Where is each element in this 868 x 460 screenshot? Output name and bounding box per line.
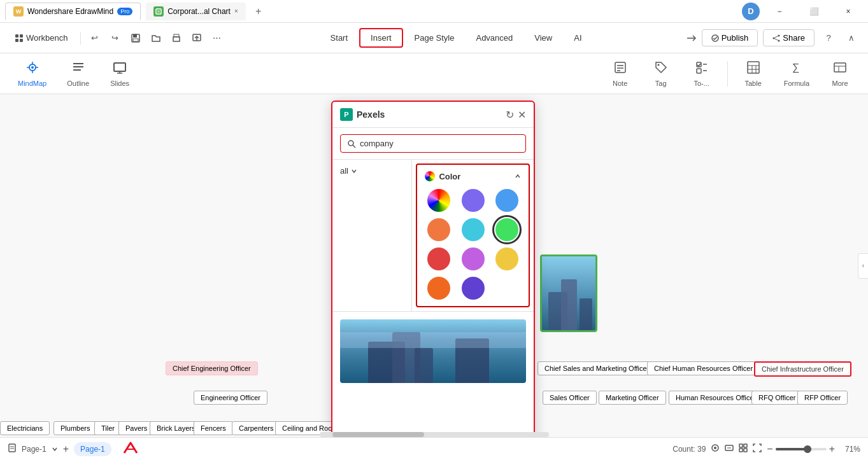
color-panel-header[interactable]: Color — [425, 171, 521, 181]
redo-button[interactable]: ↪ — [106, 29, 124, 47]
add-page-button[interactable]: + — [63, 443, 69, 455]
save-icon — [131, 34, 140, 43]
org-carpenters[interactable]: Carpenters — [232, 421, 280, 435]
org-sales-off[interactable]: Sales Officer — [543, 391, 597, 405]
tool-slides[interactable]: Slides — [104, 58, 135, 90]
org-chief-sales[interactable]: Chief Sales and Marketing Officer — [537, 361, 656, 375]
org-plumbers[interactable]: Plumbers — [53, 421, 97, 435]
tool-more[interactable]: More — [825, 58, 855, 90]
outline-label: Outline — [67, 80, 89, 87]
pexels-search-box[interactable] — [340, 134, 526, 153]
publish-button[interactable]: Publish — [702, 29, 758, 46]
color-blue[interactable] — [495, 189, 518, 212]
zoom-in-button[interactable]: + — [829, 443, 835, 455]
tab-insert[interactable]: Insert — [359, 28, 403, 48]
zoom-out-button[interactable]: − — [767, 443, 772, 455]
more-label: More — [832, 80, 848, 87]
formula-icon: ∑ — [790, 60, 804, 78]
tool-note[interactable]: Note — [605, 58, 636, 90]
print-button[interactable] — [167, 29, 185, 47]
fit-icon — [711, 443, 720, 452]
tool-tag[interactable]: Tag — [646, 58, 676, 90]
color-rainbow[interactable] — [427, 189, 450, 212]
close-button[interactable]: × — [834, 0, 863, 23]
page-dropdown-icon[interactable] — [52, 446, 58, 452]
color-green[interactable] — [495, 218, 518, 241]
org-tiler[interactable]: Tiler — [94, 421, 122, 435]
tool-todo[interactable]: To-... — [687, 58, 717, 90]
file-tab[interactable]: Corporat...al Chart × — [146, 3, 246, 20]
export-button[interactable] — [188, 29, 206, 47]
color-red[interactable] — [427, 247, 450, 270]
outline-icon — [71, 60, 85, 78]
file-tab-close[interactable]: × — [234, 8, 238, 15]
todo-label: To-... — [694, 80, 709, 87]
color-indigo[interactable] — [462, 277, 485, 300]
filter-all-dropdown[interactable]: all — [332, 160, 412, 311]
color-cyan[interactable] — [462, 218, 485, 241]
tool-mindmap[interactable]: MindMap — [13, 58, 52, 90]
tool-outline[interactable]: Outline — [62, 58, 94, 90]
search-input[interactable] — [360, 139, 519, 148]
org-chief-hr[interactable]: Chief Human Resources Officer — [647, 361, 760, 375]
tab-view[interactable]: View — [524, 29, 562, 46]
color-orange2[interactable] — [427, 277, 450, 300]
collapse-menu-button[interactable]: ∧ — [843, 29, 860, 47]
help-button[interactable]: ? — [820, 29, 837, 47]
tab-advanced[interactable]: Advanced — [466, 29, 523, 46]
toolbar: MindMap Outline Slides Note Tag To-... — [0, 53, 868, 94]
org-pavers[interactable]: Pavers — [118, 421, 154, 435]
zoom-thumb — [804, 445, 811, 453]
user-avatar: D — [742, 3, 760, 20]
org-chief-inf[interactable]: Chief Infrastructure Officer — [754, 361, 851, 377]
tab-page-style[interactable]: Page Style — [404, 29, 465, 46]
color-orange[interactable] — [427, 218, 450, 241]
org-rfq-off[interactable]: RFQ Officer — [751, 391, 802, 405]
org-rfp-off[interactable]: RFP Officer — [797, 391, 848, 405]
folder-button[interactable] — [147, 29, 165, 47]
color-filter-panel: Color — [416, 164, 530, 307]
fullscreen-button[interactable] — [753, 443, 762, 454]
svg-rect-41 — [748, 62, 759, 73]
tab-start[interactable]: Start — [320, 29, 358, 46]
horizontal-scrollbar[interactable] — [320, 432, 549, 437]
org-chief-eng[interactable]: Chief Engineering Officer — [166, 361, 258, 375]
page-label: Page-1 — [22, 445, 46, 454]
pexels-logo: P — [340, 108, 353, 121]
org-fencers[interactable]: Fencers — [194, 421, 233, 435]
scrollbar-thumb[interactable] — [332, 432, 424, 437]
tab-ai[interactable]: AI — [564, 29, 592, 46]
tool-table[interactable]: Table — [738, 58, 769, 90]
zoom-slider[interactable] — [776, 448, 827, 450]
page-settings-button[interactable] — [8, 443, 17, 454]
view-mode-button[interactable] — [739, 443, 748, 454]
minimize-button[interactable]: − — [765, 0, 794, 23]
workbench-button[interactable]: Workbench — [8, 30, 75, 46]
more-options-button[interactable]: ⋯ — [208, 29, 226, 47]
org-electricians[interactable]: Electricians — [0, 421, 50, 435]
save-button[interactable] — [127, 29, 145, 47]
app-tab[interactable]: W Wondershare EdrawMind Pro — [5, 3, 141, 20]
fit-width-button[interactable] — [725, 443, 734, 454]
add-tab-button[interactable]: + — [251, 4, 266, 19]
send-icon — [687, 33, 697, 43]
share-button[interactable]: Share — [763, 29, 815, 46]
org-marketing-off[interactable]: Marketing Officer — [599, 391, 666, 405]
right-panel-toggle[interactable]: ‹ — [858, 253, 868, 279]
tool-formula[interactable]: ∑ Formula — [779, 58, 815, 90]
canvas[interactable]: Chief Engineering Officer Engineering Of… — [0, 94, 868, 437]
org-eng-off[interactable]: Engineering Officer — [194, 391, 267, 405]
pexels-close-button[interactable]: ✕ — [518, 109, 526, 121]
color-yellow[interactable] — [495, 247, 518, 270]
color-label: Color — [439, 172, 460, 181]
maximize-button[interactable]: ⬜ — [799, 0, 829, 23]
fit-page-button[interactable] — [711, 443, 720, 454]
zoom-level: 71% — [840, 445, 860, 454]
svg-rect-52 — [9, 444, 15, 452]
current-page-tab[interactable]: Page-1 — [74, 442, 111, 456]
pexels-refresh-button[interactable]: ↻ — [506, 109, 514, 121]
pexels-image-preview[interactable] — [340, 319, 526, 383]
color-violet[interactable] — [462, 247, 485, 270]
undo-button[interactable]: ↩ — [86, 29, 104, 47]
color-purple1[interactable] — [462, 189, 485, 212]
